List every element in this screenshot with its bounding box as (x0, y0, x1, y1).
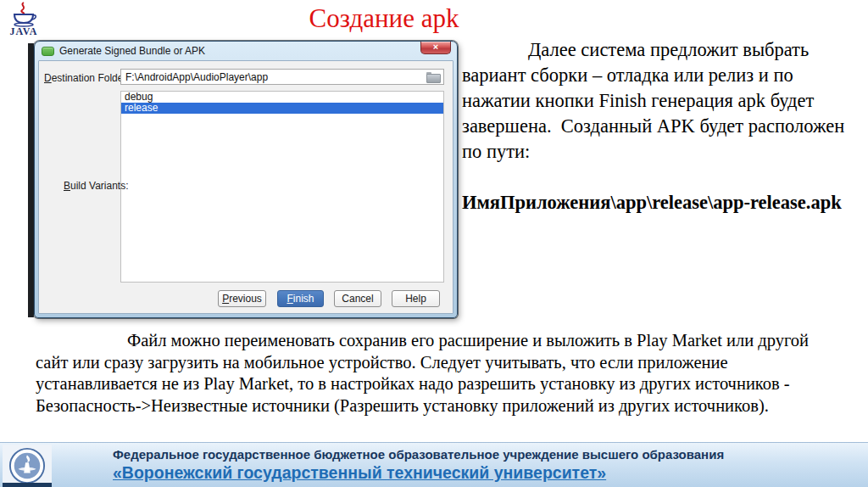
finish-button[interactable]: Finish (277, 290, 324, 307)
university-emblem-icon (8, 447, 47, 484)
dialog-title: Generate Signed Bundle or APK (59, 45, 205, 57)
help-button[interactable]: Help (392, 290, 440, 307)
java-cup-icon (9, 2, 38, 27)
close-icon[interactable]: × (420, 42, 451, 54)
dialog-titlebar[interactable]: Generate Signed Bundle or APK × (35, 42, 457, 60)
destination-folder-value: F:\AndroidApp\AudioPlayer\app (121, 71, 426, 83)
bottom-paragraph: Файл можно переименовать сохранив его ра… (36, 330, 844, 417)
previous-button[interactable]: Previous (218, 290, 266, 307)
java-logo: JAVA (3, 2, 44, 41)
android-icon (42, 47, 54, 56)
dialog-body: Destination Folder: F:\AndroidApp\AudioP… (38, 60, 453, 314)
description-paragraph: Далее система предложит выбрать вариант … (462, 37, 859, 165)
footer-institution-line: Федеральное государственное бюджетное об… (113, 447, 724, 462)
java-logo-label: JAVA (3, 25, 44, 38)
university-logo (3, 445, 52, 487)
footer-bar: Федеральное государственное бюджетное об… (0, 442, 868, 487)
apk-path-text: ИмяПриложения\app\release\app-release.ap… (462, 190, 859, 216)
footer-text-block: Федеральное государственное бюджетное об… (113, 447, 724, 483)
build-variants-label: Build Variants: (64, 180, 129, 192)
build-variants-list[interactable]: debug release (120, 91, 444, 283)
generate-signed-bundle-dialog: Generate Signed Bundle or APK × Destinat… (34, 41, 458, 318)
cancel-button[interactable]: Cancel (334, 290, 381, 307)
destination-folder-label: Destination Folder: (44, 72, 130, 84)
ide-background-strip (28, 43, 34, 317)
footer-university-link[interactable]: «Воронежский государственный технический… (113, 463, 724, 483)
folder-icon[interactable] (426, 72, 439, 81)
destination-folder-input[interactable]: F:\AndroidApp\AudioPlayer\app (120, 69, 444, 85)
variant-debug[interactable]: debug (121, 92, 443, 103)
page-title: Создание apk (240, 3, 528, 34)
description-block: Далее система предложит выбрать вариант … (462, 37, 859, 216)
variant-release[interactable]: release (121, 103, 443, 114)
dialog-screenshot: Generate Signed Bundle or APK × Destinat… (28, 41, 458, 321)
